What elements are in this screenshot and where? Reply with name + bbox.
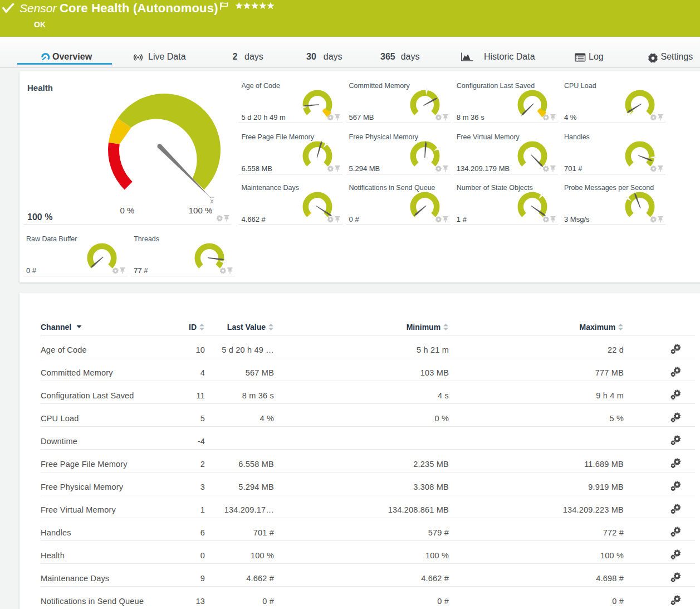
svg-text:x: x: [210, 197, 213, 204]
